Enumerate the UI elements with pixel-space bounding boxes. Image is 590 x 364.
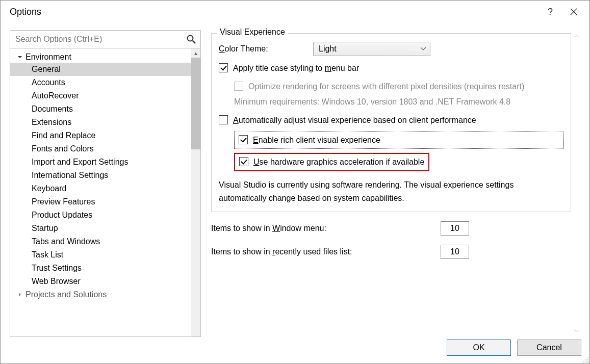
close-button[interactable] [562,1,585,23]
tree-item[interactable]: Documents [10,102,200,116]
checkbox-icon [239,157,248,166]
chevron-down-icon [421,47,426,51]
resize-grip-icon[interactable] [582,356,589,363]
search-input[interactable] [14,34,186,44]
rich-client-checkbox[interactable]: Enable rich client visual experience [239,134,559,146]
tree-item[interactable]: Startup [10,222,200,235]
checkbox-icon [219,115,228,124]
tree-item[interactable]: Extensions [10,116,200,129]
tree-item[interactable]: Find and Replace [10,129,200,142]
tree-item[interactable]: General [10,63,200,76]
tree-item[interactable]: Fonts and Colors [10,142,200,155]
tree-item[interactable]: Accounts [10,76,200,89]
tree-item[interactable]: Trust Settings [10,262,200,275]
tree-item[interactable]: Tabs and Windows [10,235,200,248]
recent-files-items-label: Items to show in recently used files lis… [211,247,430,256]
focused-option-outline: Enable rich client visual experience [234,132,563,149]
window-menu-items-input[interactable] [441,221,469,236]
titlecase-checkbox[interactable]: Apply title case styling to menu bar [219,62,563,74]
scroll-up-icon: ︿ [574,31,580,40]
svg-point-2 [585,359,586,360]
optimize-rendering-checkbox: Optimize rendering for screens with diff… [234,81,563,93]
color-theme-select[interactable]: Light [313,42,430,56]
auto-adjust-checkbox[interactable]: Automatically adjust visual experience b… [219,114,563,126]
tree-group-truncated[interactable]: Projects and Solutions [10,288,200,301]
tree-items: GeneralAccountsAutoRecoverDocumentsExten… [10,63,200,288]
recent-files-items-input[interactable] [441,245,469,259]
chevron-right-icon [16,291,23,298]
nav-tree[interactable]: Environment GeneralAccountsAutoRecoverDo… [10,48,201,337]
search-box[interactable] [10,30,201,48]
scroll-thumb[interactable] [191,58,200,149]
search-icon [186,34,196,44]
svg-point-4 [583,361,584,362]
scroll-up-icon[interactable]: ▲ [191,48,200,58]
chevron-down-icon [16,54,23,61]
group-legend: Visual Experience [217,28,288,37]
highlighted-option: Use hardware graphics acceleration if av… [234,153,429,171]
tree-item[interactable]: Web Browser [10,275,200,288]
window-title: Options [10,7,538,17]
content-scrollbar[interactable]: ︿ ﹀ [572,30,581,337]
svg-point-3 [587,359,588,360]
tree-item[interactable]: Keyboard [10,182,200,195]
checkbox-icon [234,82,243,91]
help-button[interactable]: ? [538,1,562,23]
svg-point-1 [587,357,588,358]
ok-button[interactable]: OK [447,340,511,356]
tree-item[interactable]: Import and Export Settings [10,155,200,169]
tree-scrollbar[interactable]: ▲ [191,48,200,336]
svg-point-6 [587,361,588,362]
svg-point-0 [188,36,193,41]
tree-item[interactable]: Preview Features [10,195,200,209]
tree-item[interactable]: Task List [10,248,200,262]
close-icon [570,8,577,15]
cancel-button[interactable]: Cancel [517,340,581,356]
rendering-status: Visual Studio is currently using softwar… [219,178,563,204]
tree-item[interactable]: AutoRecover [10,89,200,102]
window-menu-items-label: Items to show in Window menu: [211,224,430,233]
checkbox-icon [219,63,228,72]
hardware-accel-checkbox[interactable]: Use hardware graphics acceleration if av… [239,156,424,168]
min-requirements-note: Minimum requirements: Windows 10, versio… [234,96,563,108]
visual-experience-group: Visual Experience Color Theme: Light App… [211,33,571,212]
tree-item[interactable]: Product Updates [10,209,200,222]
checkbox-icon [239,135,248,144]
title-bar: Options ? [1,1,589,23]
svg-point-5 [585,361,586,362]
tree-group-environment[interactable]: Environment [10,51,200,63]
color-theme-value: Light [319,44,337,54]
tree-item[interactable]: International Settings [10,169,200,182]
color-theme-label: Color Theme: [219,44,313,54]
scroll-down-icon: ﹀ [574,327,580,336]
